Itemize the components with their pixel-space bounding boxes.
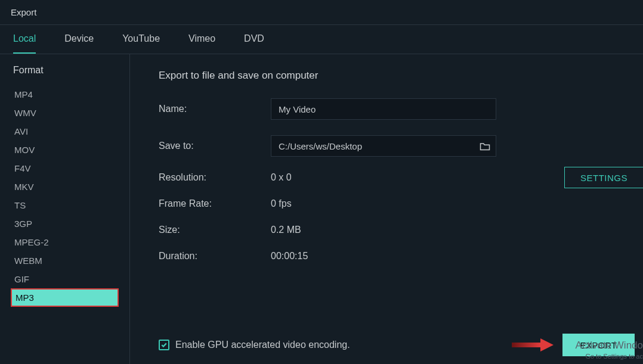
tab-vimeo[interactable]: Vimeo [188,33,215,54]
export-button[interactable]: EXPORT [562,334,635,356]
dialog-title: Export [11,7,36,17]
format-item-webm[interactable]: WEBM [11,251,119,270]
bottom-row: Enable GPU accelerated video encoding. E… [159,334,635,356]
format-item-mov[interactable]: MOV [11,141,119,159]
arrow-annotation-icon [512,336,554,354]
format-item-mkv[interactable]: MKV [11,178,119,196]
format-heading: Format [11,65,119,76]
format-list: MP4 WMV AVI MOV F4V MKV TS 3GP MPEG-2 WE… [11,85,119,307]
row-framerate: Frame Rate: 0 fps [159,198,620,209]
tab-local[interactable]: Local [13,33,36,54]
size-value: 0.2 MB [271,225,301,235]
row-duration: Duration: 00:00:15 [159,251,620,262]
size-label: Size: [159,225,271,235]
duration-label: Duration: [159,251,271,262]
row-name: Name: [159,98,620,120]
saveto-label: Save to: [159,141,271,151]
folder-icon[interactable] [480,142,490,150]
saveto-input[interactable] [271,135,496,157]
format-item-avi[interactable]: AVI [11,122,119,141]
tab-dvd[interactable]: DVD [244,33,264,54]
main-panel: Export to file and save on computer Name… [130,54,643,364]
saveto-wrap [271,135,496,157]
row-size: Size: 0.2 MB [159,225,620,235]
tab-device[interactable]: Device [64,33,94,54]
gpu-checkbox[interactable] [159,340,169,350]
row-resolution: Resolution: 0 x 0 SETTINGS [159,172,620,183]
framerate-value: 0 fps [271,198,292,209]
gpu-checkbox-label: Enable GPU accelerated video encoding. [175,340,350,350]
framerate-label: Frame Rate: [159,198,271,209]
format-item-wmv[interactable]: WMV [11,104,119,122]
format-item-mpeg2[interactable]: MPEG-2 [11,233,119,251]
row-saveto: Save to: [159,135,620,157]
duration-value: 00:00:15 [271,251,308,262]
format-item-mp4[interactable]: MP4 [11,85,119,104]
svg-rect-0 [512,343,540,347]
name-label: Name: [159,104,271,114]
format-item-ts[interactable]: TS [11,196,119,214]
format-item-gif[interactable]: GIF [11,270,119,288]
gpu-checkbox-wrap: Enable GPU accelerated video encoding. [159,340,350,350]
content-area: Format MP4 WMV AVI MOV F4V MKV TS 3GP MP… [0,54,643,364]
name-input[interactable] [271,98,496,120]
format-sidebar: Format MP4 WMV AVI MOV F4V MKV TS 3GP MP… [0,54,130,364]
resolution-label: Resolution: [159,172,271,183]
main-title: Export to file and save on computer [159,70,620,82]
resolution-value: 0 x 0 [271,172,292,183]
tab-youtube[interactable]: YouTube [122,33,160,54]
format-item-f4v[interactable]: F4V [11,159,119,178]
settings-button[interactable]: SETTINGS [564,167,643,188]
svg-marker-1 [540,338,554,351]
dialog-header: Export [0,0,643,25]
export-tabs: Local Device YouTube Vimeo DVD [0,25,643,54]
format-item-mp3[interactable]: MP3 [11,288,119,307]
format-item-3gp[interactable]: 3GP [11,214,119,233]
